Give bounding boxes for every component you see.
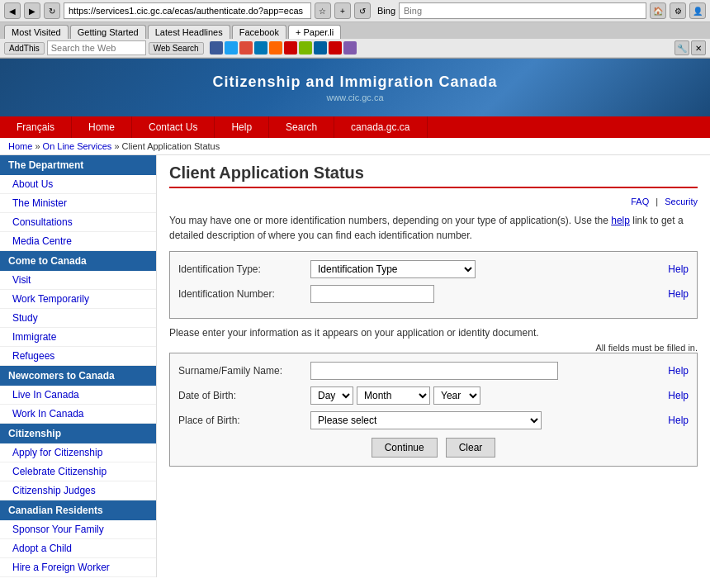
- youtube-icon[interactable]: [284, 41, 297, 55]
- addthis-button[interactable]: AddThis: [4, 42, 45, 55]
- nav-contact-us[interactable]: Contact Us: [132, 116, 215, 138]
- refresh-button2[interactable]: ↺: [354, 2, 371, 19]
- web-search-button[interactable]: Web Search: [149, 42, 204, 55]
- bookmark-button[interactable]: +: [334, 2, 351, 19]
- dob-year-select[interactable]: Year 20232000199019801970: [433, 386, 480, 405]
- place-help-link[interactable]: Help: [668, 415, 689, 426]
- breadcrumb: Home » On Line Services » Client Applica…: [0, 138, 710, 155]
- sidebar-item-citizenship-judges[interactable]: Citizenship Judges: [0, 481, 156, 500]
- google-icon[interactable]: [239, 41, 253, 55]
- back-button[interactable]: ◀: [4, 2, 21, 19]
- all-fields-note: All fields must be filled in.: [169, 343, 698, 353]
- sidebar-item-adopt-a-child[interactable]: Adopt a Child: [0, 539, 156, 558]
- address-bar[interactable]: [64, 2, 311, 19]
- sidebar-item-work-temporarily[interactable]: Work Temporarily: [0, 290, 156, 309]
- nav-canada[interactable]: canada.gc.ca: [334, 116, 427, 138]
- surname-label: Surname/Family Name:: [178, 365, 310, 377]
- surname-control-area: [310, 362, 668, 380]
- faq-link[interactable]: FAQ: [631, 197, 649, 206]
- dob-help-link[interactable]: Help: [668, 390, 689, 401]
- button-row: Continue Clear: [178, 438, 689, 458]
- surname-help: Help: [668, 365, 689, 377]
- tab-latest-headlines[interactable]: Latest Headlines: [148, 25, 230, 39]
- surname-help-link[interactable]: Help: [668, 365, 689, 377]
- facebook-icon[interactable]: [210, 41, 223, 55]
- dob-control-area: Day 12345 678910 1112131415 1617181920 2…: [310, 386, 668, 405]
- sidebar-item-sponsor-your-family[interactable]: Sponsor Your Family: [0, 520, 156, 539]
- place-of-birth-select[interactable]: Please select Canada United States Unite…: [310, 411, 542, 429]
- stumble-icon[interactable]: [299, 41, 312, 55]
- sidebar-item-media-centre[interactable]: Media Centre: [0, 232, 156, 251]
- delicious-icon[interactable]: [314, 41, 327, 55]
- sidebar-item-consultations[interactable]: Consultations: [0, 213, 156, 232]
- dob-label: Date of Birth:: [178, 390, 310, 401]
- sidebar-item-study[interactable]: Study: [0, 309, 156, 328]
- nav-search[interactable]: Search: [269, 116, 334, 138]
- place-of-birth-label: Place of Birth:: [178, 415, 310, 426]
- reddit-icon[interactable]: [269, 41, 282, 55]
- settings-button[interactable]: ⚙: [670, 2, 686, 19]
- sidebar-item-immigrate[interactable]: Immigrate: [0, 328, 156, 347]
- tab-facebook[interactable]: Facebook: [232, 25, 286, 39]
- id-type-label: Identification Type:: [178, 263, 310, 275]
- id-form-section: Identification Type: Identification Type…: [169, 251, 698, 319]
- sidebar-section-newcomers: Newcomers to Canada: [0, 366, 156, 386]
- tab-getting-started[interactable]: Getting Started: [70, 25, 146, 39]
- user-button[interactable]: 👤: [689, 2, 706, 19]
- nav-francais[interactable]: Français: [0, 116, 72, 138]
- personal-form-section: Surname/Family Name: Help Date of Birth:…: [169, 353, 698, 467]
- sidebar-item-about-us[interactable]: About Us: [0, 175, 156, 194]
- dob-help: Help: [668, 390, 689, 401]
- dob-month-select[interactable]: Month JanuaryFebruaryMarchApril MayJuneJ…: [357, 386, 430, 405]
- nav-home[interactable]: Home: [72, 116, 132, 138]
- nav-help[interactable]: Help: [215, 116, 269, 138]
- sidebar-item-live-in-canada[interactable]: Live In Canada: [0, 386, 156, 405]
- sidebar-section-canadian-residents: Canadian Residents: [0, 500, 156, 520]
- tab-most-visited[interactable]: Most Visited: [4, 25, 69, 39]
- sidebar-item-visit[interactable]: Visit: [0, 271, 156, 290]
- web-search-input[interactable]: [47, 40, 146, 55]
- place-control-area: Please select Canada United States Unite…: [310, 411, 668, 429]
- sidebar-item-refugees[interactable]: Refugees: [0, 347, 156, 366]
- sidebar-item-celebrate-citizenship[interactable]: Celebrate Citizenship: [0, 462, 156, 481]
- breadcrumb-home[interactable]: Home: [8, 141, 32, 151]
- sidebar-item-apply-for-citizenship[interactable]: Apply for Citizenship: [0, 443, 156, 462]
- sidebar-item-work-in-canada[interactable]: Work In Canada: [0, 405, 156, 424]
- search-engine-label: Bing: [377, 6, 395, 16]
- bing-search-input[interactable]: [399, 2, 646, 19]
- continue-button[interactable]: Continue: [372, 438, 438, 458]
- twitter-icon[interactable]: [225, 41, 238, 55]
- reload-button[interactable]: ↻: [44, 2, 60, 19]
- dob-day-select[interactable]: Day 12345 678910 1112131415 1617181920 2…: [310, 386, 353, 405]
- page-title: Client Application Status: [169, 164, 698, 188]
- clear-button[interactable]: Clear: [446, 438, 496, 458]
- linkedin-icon[interactable]: [254, 41, 267, 55]
- place-help: Help: [668, 415, 689, 426]
- sidebar-item-hire-foreign-worker[interactable]: Hire a Foreign Worker: [0, 558, 156, 577]
- close-ext-icon[interactable]: ✕: [691, 40, 706, 55]
- home-nav-button[interactable]: 🏠: [650, 2, 666, 19]
- site-url: www.cic.gc.ca: [212, 92, 497, 102]
- id-number-control-area: [310, 285, 668, 303]
- surname-input[interactable]: [310, 362, 558, 380]
- surname-row: Surname/Family Name: Help: [178, 362, 689, 380]
- more-icon[interactable]: [343, 41, 357, 55]
- id-number-label: Identification Number:: [178, 288, 310, 300]
- sidebar: The Department About Us The Minister Con…: [0, 155, 157, 577]
- id-type-select[interactable]: Identification Type UCI (Unique Client I…: [310, 260, 476, 278]
- tab-paperli[interactable]: + Paper.li: [288, 25, 341, 39]
- security-link[interactable]: Security: [665, 197, 698, 206]
- id-type-help-link[interactable]: Help: [668, 263, 689, 275]
- digg-icon[interactable]: [329, 41, 342, 55]
- help-inline-link[interactable]: help: [611, 215, 630, 226]
- id-number-help-link[interactable]: Help: [668, 288, 689, 300]
- site-title: Citizenship and Immigration Canada: [212, 74, 497, 91]
- breadcrumb-online-services[interactable]: On Line Services: [43, 141, 112, 151]
- forward-button[interactable]: ▶: [24, 2, 40, 19]
- id-number-input[interactable]: [310, 285, 434, 303]
- warn-text: Please enter your information as it appe…: [169, 327, 698, 339]
- sidebar-item-the-minister[interactable]: The Minister: [0, 194, 156, 213]
- tools-icon[interactable]: 🔧: [674, 40, 689, 55]
- star-button[interactable]: ☆: [315, 2, 331, 19]
- main-content: Client Application Status FAQ | Security…: [157, 155, 710, 577]
